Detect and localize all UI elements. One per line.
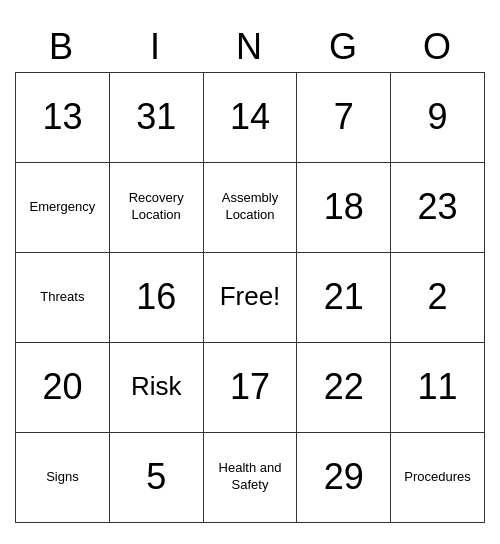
bingo-grid: 13311479EmergencyRecovery LocationAssemb…: [15, 72, 485, 523]
cell-value: 16: [136, 274, 176, 321]
cell-value: Recovery Location: [114, 190, 199, 224]
bingo-cell-r2-c3: 21: [297, 253, 391, 343]
bingo-cell-r2-c0: Threats: [16, 253, 110, 343]
bingo-cell-r3-c0: 20: [16, 343, 110, 433]
bingo-cell-r1-c2: Assembly Location: [204, 163, 298, 253]
cell-value: Free!: [220, 280, 281, 314]
cell-value: 7: [334, 94, 354, 141]
bingo-cell-r0-c0: 13: [16, 73, 110, 163]
cell-value: Procedures: [404, 469, 470, 486]
cell-value: 13: [42, 94, 82, 141]
cell-value: Assembly Location: [208, 190, 293, 224]
bingo-cell-r1-c3: 18: [297, 163, 391, 253]
bingo-cell-r2-c4: 2: [391, 253, 485, 343]
cell-value: 23: [418, 184, 458, 231]
bingo-cell-r4-c4: Procedures: [391, 433, 485, 523]
cell-value: 31: [136, 94, 176, 141]
bingo-cell-r0-c2: 14: [204, 73, 298, 163]
cell-value: 11: [418, 364, 458, 411]
header-letter-N: N: [203, 22, 297, 72]
bingo-cell-r0-c3: 7: [297, 73, 391, 163]
bingo-cell-r0-c1: 31: [110, 73, 204, 163]
bingo-cell-r2-c1: 16: [110, 253, 204, 343]
header-letter-O: O: [391, 22, 485, 72]
header-letter-I: I: [109, 22, 203, 72]
bingo-cell-r3-c2: 17: [204, 343, 298, 433]
cell-value: 21: [324, 274, 364, 321]
bingo-header: BINGO: [15, 22, 485, 72]
header-letter-B: B: [15, 22, 109, 72]
bingo-cell-r3-c1: Risk: [110, 343, 204, 433]
cell-value: 9: [428, 94, 448, 141]
cell-value: Threats: [40, 289, 84, 306]
bingo-cell-r3-c3: 22: [297, 343, 391, 433]
cell-value: 5: [146, 454, 166, 501]
cell-value: 29: [324, 454, 364, 501]
bingo-cell-r4-c2: Health and Safety: [204, 433, 298, 523]
cell-value: 2: [428, 274, 448, 321]
cell-value: 18: [324, 184, 364, 231]
bingo-cell-r4-c0: Signs: [16, 433, 110, 523]
bingo-cell-r1-c0: Emergency: [16, 163, 110, 253]
bingo-card: BINGO 13311479EmergencyRecovery Location…: [15, 22, 485, 523]
bingo-cell-r0-c4: 9: [391, 73, 485, 163]
cell-value: Emergency: [30, 199, 96, 216]
bingo-cell-r3-c4: 11: [391, 343, 485, 433]
bingo-cell-r1-c4: 23: [391, 163, 485, 253]
bingo-cell-r2-c2: Free!: [204, 253, 298, 343]
cell-value: 22: [324, 364, 364, 411]
bingo-cell-r4-c3: 29: [297, 433, 391, 523]
cell-value: 14: [230, 94, 270, 141]
bingo-cell-r4-c1: 5: [110, 433, 204, 523]
cell-value: Risk: [131, 370, 182, 404]
cell-value: Health and Safety: [208, 460, 293, 494]
cell-value: 20: [42, 364, 82, 411]
cell-value: Signs: [46, 469, 79, 486]
bingo-cell-r1-c1: Recovery Location: [110, 163, 204, 253]
cell-value: 17: [230, 364, 270, 411]
header-letter-G: G: [297, 22, 391, 72]
